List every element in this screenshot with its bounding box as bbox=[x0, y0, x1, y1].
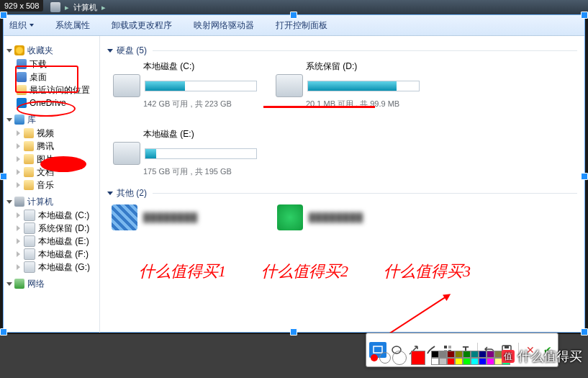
sidebar-item-drive-g[interactable]: 本地磁盘 (G:) bbox=[4, 261, 99, 274]
expand-icon bbox=[17, 251, 22, 257]
selection-handle[interactable] bbox=[290, 12, 297, 19]
color-swatch[interactable] bbox=[447, 351, 455, 358]
color-swatch[interactable] bbox=[487, 358, 494, 365]
color-swatch[interactable] bbox=[455, 351, 463, 358]
sidebar-item-label: 音乐 bbox=[37, 179, 54, 192]
breadcrumb-label[interactable]: 计算机 bbox=[73, 2, 97, 13]
sidebar-item-music[interactable]: 音乐 bbox=[4, 179, 99, 192]
sidebar-item-label: 下载 bbox=[30, 58, 47, 71]
color-swatch[interactable] bbox=[487, 351, 494, 358]
recent-icon bbox=[17, 85, 27, 95]
drives-section-header[interactable]: 硬盘 (5) bbox=[107, 43, 577, 58]
sidebar-item-drive-f[interactable]: 本地磁盘 (F:) bbox=[4, 248, 99, 261]
annotation-text-3: 什么值得买3 bbox=[384, 261, 471, 282]
download-icon bbox=[17, 59, 27, 69]
sidebar-item-drive-c[interactable]: 本地磁盘 (C:) bbox=[4, 209, 99, 222]
tencent-icon bbox=[277, 204, 303, 230]
star-icon bbox=[14, 45, 24, 55]
collapse-icon bbox=[6, 118, 12, 122]
capacity-bar bbox=[145, 81, 257, 91]
drive-item-d[interactable]: 系统保留 (D:) 20.1 MB 可用 , 共 99.9 MB bbox=[274, 59, 421, 111]
capacity-bar bbox=[145, 148, 257, 159]
drive-stat: 20.1 MB 可用 , 共 99.9 MB bbox=[306, 99, 420, 109]
selection-handle[interactable] bbox=[0, 12, 7, 19]
color-swatch[interactable] bbox=[471, 358, 479, 365]
sidebar-item-label: 本地磁盘 (E:) bbox=[38, 235, 89, 248]
sidebar-item-videos[interactable]: 视频 bbox=[4, 127, 99, 140]
dimension-tag: 929 x 508 bbox=[0, 0, 43, 12]
color-swatch[interactable] bbox=[439, 351, 447, 358]
selection-handle[interactable] bbox=[581, 12, 588, 19]
drive-icon bbox=[24, 222, 35, 234]
others-section-header[interactable]: 其他 (2) bbox=[107, 186, 577, 200]
annotation-fill-ellipse bbox=[40, 156, 86, 172]
color-swatch[interactable] bbox=[447, 358, 455, 365]
drive-name: 本地磁盘 (C:) bbox=[143, 60, 257, 73]
current-color bbox=[411, 351, 425, 365]
computer-icon bbox=[50, 2, 60, 12]
color-swatch[interactable] bbox=[479, 358, 487, 365]
drive-item-c[interactable]: 本地磁盘 (C:) 142 GB 可用 , 共 223 GB bbox=[112, 59, 258, 111]
control-panel-button[interactable]: 打开控制面板 bbox=[276, 19, 327, 32]
color-swatch[interactable] bbox=[431, 351, 439, 358]
app-icon bbox=[112, 204, 137, 230]
drive-stat: 175 GB 可用 , 共 195 GB bbox=[143, 166, 257, 177]
stroke-size-large[interactable] bbox=[392, 351, 407, 365]
other-label: ████████ bbox=[143, 212, 198, 222]
selection-handle[interactable] bbox=[0, 173, 7, 180]
drive-item-e[interactable]: 本地磁盘 (E:) 175 GB 可用 , 共 195 GB bbox=[112, 127, 258, 179]
sidebar-item-drive-d[interactable]: 系统保留 (D:) bbox=[4, 222, 99, 235]
organize-menu[interactable]: 组织 bbox=[9, 19, 34, 32]
sidebar-item-recent[interactable]: 最近访问的位置 bbox=[4, 84, 99, 96]
sidebar-item-label: 最近访问的位置 bbox=[30, 84, 90, 96]
color-swatch[interactable] bbox=[431, 358, 439, 365]
selection-handle[interactable] bbox=[0, 328, 7, 336]
annotation-text-2: 什么值得买2 bbox=[261, 261, 348, 282]
document-icon bbox=[24, 167, 34, 177]
uninstall-button[interactable]: 卸载或更改程序 bbox=[112, 19, 172, 32]
map-drive-button[interactable]: 映射网络驱动器 bbox=[194, 19, 254, 32]
sidebar-item-drive-e[interactable]: 本地磁盘 (E:) bbox=[4, 235, 99, 248]
computer-group[interactable]: 计算机 bbox=[4, 194, 99, 209]
stroke-size-medium[interactable] bbox=[379, 352, 391, 364]
selection-handle[interactable] bbox=[290, 328, 297, 336]
drive-name: 系统保留 (D:) bbox=[306, 60, 420, 73]
drive-icon bbox=[24, 210, 35, 221]
selection-handle[interactable] bbox=[581, 173, 588, 180]
other-label: ████████ bbox=[309, 212, 363, 222]
favorites-label: 收藏夹 bbox=[27, 45, 53, 57]
sidebar-item-label: 本地磁盘 (C:) bbox=[38, 210, 89, 222]
library-icon bbox=[14, 114, 24, 125]
favorites-group[interactable]: 收藏夹 bbox=[4, 43, 99, 58]
system-properties-button[interactable]: 系统属性 bbox=[55, 19, 90, 32]
other-item-1[interactable]: ████████ bbox=[112, 203, 255, 232]
color-swatch[interactable] bbox=[471, 351, 479, 358]
section-label: 其他 (2) bbox=[117, 187, 147, 199]
other-item-2[interactable]: ████████ bbox=[277, 203, 421, 232]
expand-icon bbox=[17, 182, 22, 188]
sidebar-item-downloads[interactable]: 下载 bbox=[4, 58, 99, 71]
color-swatch[interactable] bbox=[463, 358, 471, 365]
sidebar-item-label: 本地磁盘 (G:) bbox=[38, 261, 90, 274]
sidebar-item-desktop[interactable]: 桌面 bbox=[4, 71, 99, 84]
expand-icon bbox=[17, 212, 22, 218]
expand-icon bbox=[17, 130, 22, 136]
svg-rect-2 bbox=[444, 346, 447, 348]
stroke-size-small[interactable] bbox=[371, 354, 378, 361]
color-swatch[interactable] bbox=[479, 351, 487, 358]
collapse-icon bbox=[6, 49, 12, 53]
color-swatch[interactable] bbox=[439, 358, 447, 365]
music-icon bbox=[24, 180, 34, 190]
collapse-icon bbox=[107, 49, 113, 53]
selection-handle[interactable] bbox=[581, 328, 588, 336]
content-pane: 硬盘 (5) 本地磁盘 (C:) 142 GB 可用 , 共 223 GB 系统… bbox=[100, 36, 584, 333]
divider bbox=[153, 50, 577, 51]
explorer-window: 组织 系统属性 卸载或更改程序 映射网络驱动器 打开控制面板 收藏夹 下载 桌面… bbox=[3, 14, 585, 333]
expand-icon bbox=[17, 264, 22, 270]
color-swatch[interactable] bbox=[455, 358, 463, 365]
color-swatch[interactable] bbox=[463, 351, 471, 358]
sidebar: 收藏夹 下载 桌面 最近访问的位置 OneDrive 库 视频 腾讯 图片 文档… bbox=[4, 36, 100, 333]
sidebar-item-tencent[interactable]: 腾讯 bbox=[4, 140, 99, 153]
section-label: 硬盘 (5) bbox=[117, 45, 147, 57]
network-group[interactable]: 网络 bbox=[4, 276, 99, 291]
